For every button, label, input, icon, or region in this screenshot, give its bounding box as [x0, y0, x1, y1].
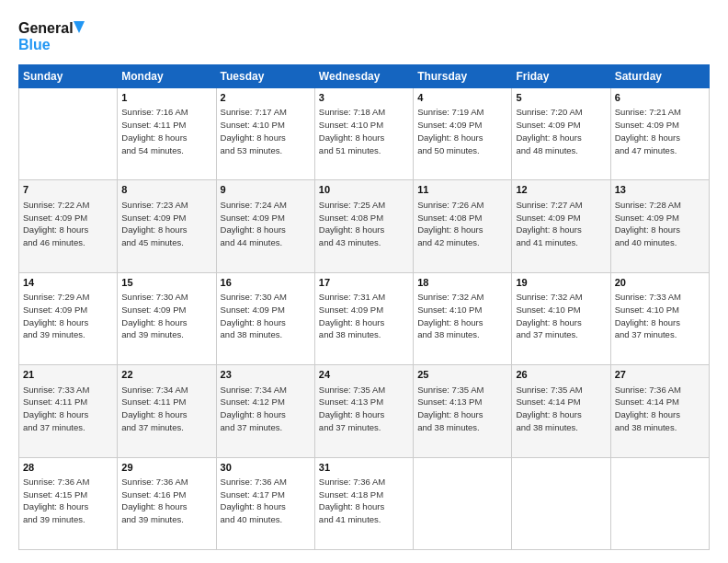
day-info: Sunrise: 7:36 AM Sunset: 4:18 PM Dayligh…: [319, 476, 409, 526]
day-info: Sunrise: 7:28 AM Sunset: 4:09 PM Dayligh…: [615, 199, 705, 249]
day-info: Sunrise: 7:33 AM Sunset: 4:10 PM Dayligh…: [615, 291, 705, 341]
day-info: Sunrise: 7:23 AM Sunset: 4:09 PM Dayligh…: [121, 199, 211, 249]
day-number: 28: [23, 461, 113, 475]
calendar-cell: [414, 457, 512, 549]
day-info: Sunrise: 7:35 AM Sunset: 4:13 PM Dayligh…: [319, 384, 409, 434]
day-info: Sunrise: 7:29 AM Sunset: 4:09 PM Dayligh…: [23, 291, 113, 341]
day-number: 13: [615, 183, 705, 197]
day-info: Sunrise: 7:36 AM Sunset: 4:17 PM Dayligh…: [221, 476, 311, 526]
calendar-cell: 29Sunrise: 7:36 AM Sunset: 4:16 PM Dayli…: [118, 457, 216, 549]
day-number: 23: [221, 368, 311, 382]
svg-marker-2: [74, 21, 85, 33]
day-number: 16: [221, 276, 311, 290]
day-number: 7: [23, 183, 113, 197]
day-number: 30: [221, 461, 311, 475]
calendar-cell: 12Sunrise: 7:27 AM Sunset: 4:09 PM Dayli…: [512, 180, 610, 272]
calendar-cell: [19, 88, 118, 180]
day-info: Sunrise: 7:36 AM Sunset: 4:14 PM Dayligh…: [615, 384, 705, 434]
calendar-cell: 6Sunrise: 7:21 AM Sunset: 4:09 PM Daylig…: [610, 88, 709, 180]
calendar-cell: 21Sunrise: 7:33 AM Sunset: 4:11 PM Dayli…: [19, 365, 118, 457]
week-row-3: 14Sunrise: 7:29 AM Sunset: 4:09 PM Dayli…: [19, 272, 710, 364]
logo-svg: GeneralBlue: [18, 17, 92, 55]
day-number: 8: [121, 183, 211, 197]
day-info: Sunrise: 7:35 AM Sunset: 4:14 PM Dayligh…: [516, 384, 606, 434]
day-info: Sunrise: 7:21 AM Sunset: 4:09 PM Dayligh…: [615, 106, 705, 156]
calendar-cell: 18Sunrise: 7:32 AM Sunset: 4:10 PM Dayli…: [414, 272, 512, 364]
day-info: Sunrise: 7:30 AM Sunset: 4:09 PM Dayligh…: [221, 291, 311, 341]
day-number: 18: [417, 276, 507, 290]
day-number: 29: [121, 461, 211, 475]
calendar-cell: 7Sunrise: 7:22 AM Sunset: 4:09 PM Daylig…: [19, 180, 118, 272]
calendar-cell: [512, 457, 610, 549]
calendar-cell: 4Sunrise: 7:19 AM Sunset: 4:09 PM Daylig…: [414, 88, 512, 180]
calendar-cell: 13Sunrise: 7:28 AM Sunset: 4:09 PM Dayli…: [610, 180, 709, 272]
day-info: Sunrise: 7:30 AM Sunset: 4:09 PM Dayligh…: [121, 291, 211, 341]
day-info: Sunrise: 7:32 AM Sunset: 4:10 PM Dayligh…: [516, 291, 606, 341]
svg-text:Blue: Blue: [18, 37, 51, 52]
calendar-cell: 5Sunrise: 7:20 AM Sunset: 4:09 PM Daylig…: [512, 88, 610, 180]
calendar-header: SundayMondayTuesdayWednesdayThursdayFrid…: [19, 65, 710, 88]
calendar-cell: 14Sunrise: 7:29 AM Sunset: 4:09 PM Dayli…: [19, 272, 118, 364]
day-info: Sunrise: 7:31 AM Sunset: 4:09 PM Dayligh…: [319, 291, 409, 341]
calendar-cell: 2Sunrise: 7:17 AM Sunset: 4:10 PM Daylig…: [216, 88, 314, 180]
day-number: 2: [221, 91, 311, 105]
day-number: 20: [615, 276, 705, 290]
calendar-cell: 25Sunrise: 7:35 AM Sunset: 4:13 PM Dayli…: [414, 365, 512, 457]
day-info: Sunrise: 7:16 AM Sunset: 4:11 PM Dayligh…: [121, 106, 211, 156]
day-info: Sunrise: 7:19 AM Sunset: 4:09 PM Dayligh…: [417, 106, 507, 156]
day-number: 25: [417, 368, 507, 382]
calendar-cell: 3Sunrise: 7:18 AM Sunset: 4:10 PM Daylig…: [314, 88, 413, 180]
day-number: 12: [516, 183, 606, 197]
column-header-wednesday: Wednesday: [314, 65, 413, 88]
day-number: 31: [319, 461, 409, 475]
column-header-monday: Monday: [118, 65, 216, 88]
day-number: 21: [23, 368, 113, 382]
svg-text:General: General: [18, 20, 74, 36]
day-number: 5: [516, 91, 606, 105]
week-row-4: 21Sunrise: 7:33 AM Sunset: 4:11 PM Dayli…: [19, 365, 710, 457]
day-info: Sunrise: 7:26 AM Sunset: 4:08 PM Dayligh…: [417, 199, 507, 249]
day-info: Sunrise: 7:33 AM Sunset: 4:11 PM Dayligh…: [23, 384, 113, 434]
calendar-cell: 15Sunrise: 7:30 AM Sunset: 4:09 PM Dayli…: [118, 272, 216, 364]
calendar-cell: 11Sunrise: 7:26 AM Sunset: 4:08 PM Dayli…: [414, 180, 512, 272]
header: GeneralBlue: [18, 17, 710, 55]
day-info: Sunrise: 7:34 AM Sunset: 4:11 PM Dayligh…: [121, 384, 211, 434]
calendar-cell: 24Sunrise: 7:35 AM Sunset: 4:13 PM Dayli…: [314, 365, 413, 457]
logo: GeneralBlue: [18, 17, 92, 55]
calendar-cell: 17Sunrise: 7:31 AM Sunset: 4:09 PM Dayli…: [314, 272, 413, 364]
calendar-cell: 30Sunrise: 7:36 AM Sunset: 4:17 PM Dayli…: [216, 457, 314, 549]
day-number: 6: [615, 91, 705, 105]
calendar-cell: 28Sunrise: 7:36 AM Sunset: 4:15 PM Dayli…: [19, 457, 118, 549]
calendar-cell: 31Sunrise: 7:36 AM Sunset: 4:18 PM Dayli…: [314, 457, 413, 549]
day-info: Sunrise: 7:25 AM Sunset: 4:08 PM Dayligh…: [319, 199, 409, 249]
calendar-cell: 1Sunrise: 7:16 AM Sunset: 4:11 PM Daylig…: [118, 88, 216, 180]
day-number: 11: [417, 183, 507, 197]
day-info: Sunrise: 7:36 AM Sunset: 4:16 PM Dayligh…: [121, 476, 211, 526]
calendar-cell: 10Sunrise: 7:25 AM Sunset: 4:08 PM Dayli…: [314, 180, 413, 272]
day-info: Sunrise: 7:36 AM Sunset: 4:15 PM Dayligh…: [23, 476, 113, 526]
day-info: Sunrise: 7:17 AM Sunset: 4:10 PM Dayligh…: [221, 106, 311, 156]
day-number: 26: [516, 368, 606, 382]
calendar-cell: 16Sunrise: 7:30 AM Sunset: 4:09 PM Dayli…: [216, 272, 314, 364]
day-number: 1: [121, 91, 211, 105]
day-number: 4: [417, 91, 507, 105]
column-header-thursday: Thursday: [414, 65, 512, 88]
day-info: Sunrise: 7:32 AM Sunset: 4:10 PM Dayligh…: [417, 291, 507, 341]
day-info: Sunrise: 7:34 AM Sunset: 4:12 PM Dayligh…: [221, 384, 311, 434]
column-header-tuesday: Tuesday: [216, 65, 314, 88]
day-info: Sunrise: 7:22 AM Sunset: 4:09 PM Dayligh…: [23, 199, 113, 249]
week-row-1: 1Sunrise: 7:16 AM Sunset: 4:11 PM Daylig…: [19, 88, 710, 180]
calendar-cell: 8Sunrise: 7:23 AM Sunset: 4:09 PM Daylig…: [118, 180, 216, 272]
column-header-sunday: Sunday: [19, 65, 118, 88]
header-row: SundayMondayTuesdayWednesdayThursdayFrid…: [19, 65, 710, 88]
day-number: 9: [221, 183, 311, 197]
day-number: 22: [121, 368, 211, 382]
day-number: 10: [319, 183, 409, 197]
calendar-cell: 22Sunrise: 7:34 AM Sunset: 4:11 PM Dayli…: [118, 365, 216, 457]
week-row-2: 7Sunrise: 7:22 AM Sunset: 4:09 PM Daylig…: [19, 180, 710, 272]
day-info: Sunrise: 7:27 AM Sunset: 4:09 PM Dayligh…: [516, 199, 606, 249]
column-header-friday: Friday: [512, 65, 610, 88]
day-info: Sunrise: 7:35 AM Sunset: 4:13 PM Dayligh…: [417, 384, 507, 434]
calendar-body: 1Sunrise: 7:16 AM Sunset: 4:11 PM Daylig…: [19, 88, 710, 550]
page: GeneralBlue SundayMondayTuesdayWednesday…: [0, 0, 728, 563]
